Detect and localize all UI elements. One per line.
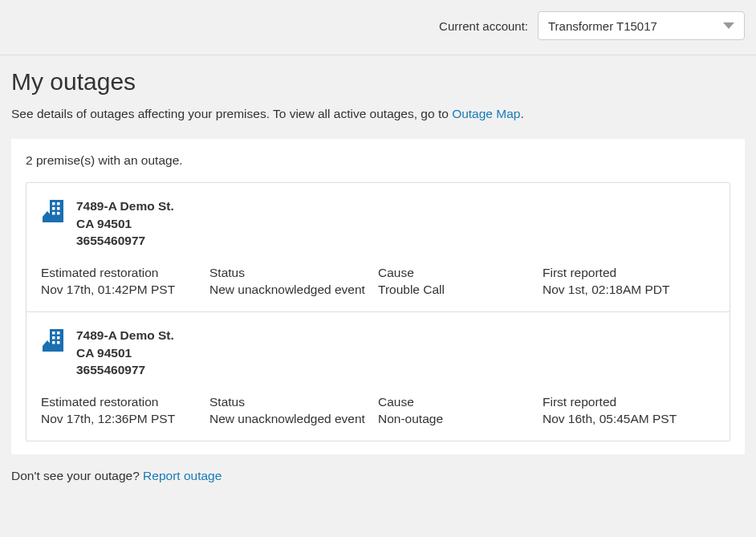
svg-rect-9 — [52, 332, 55, 335]
account-select[interactable]: Transformer T15017 — [538, 11, 745, 40]
svg-rect-3 — [52, 207, 55, 210]
premise-address: 7489-A Demo St. — [76, 197, 174, 215]
svg-rect-2 — [57, 202, 60, 205]
svg-rect-4 — [57, 207, 60, 210]
col-estimated: Estimated restoration Nov 17th, 12:36PM … — [41, 395, 209, 426]
label-cause: Cause — [378, 266, 543, 280]
value-reported: Nov 1st, 02:18AM PDT — [543, 283, 711, 297]
value-estimated: Nov 17th, 01:42PM PST — [41, 283, 209, 297]
premise-cityzip: CA 94501 — [76, 215, 174, 233]
label-status: Status — [209, 266, 378, 280]
outage-list: 7489-A Demo St. CA 94501 3655460977 Esti… — [26, 182, 730, 441]
premise-address: 7489-A Demo St. — [76, 327, 174, 344]
detail-row: Estimated restoration Nov 17th, 01:42PM … — [41, 266, 715, 297]
premise-header: 7489-A Demo St. CA 94501 3655460977 — [41, 327, 715, 379]
premise-cityzip: CA 94501 — [76, 344, 174, 362]
col-status: Status New unacknowledged event — [209, 266, 378, 297]
svg-rect-10 — [57, 332, 60, 335]
account-select-value: Transformer T15017 — [548, 19, 657, 33]
svg-rect-1 — [52, 202, 55, 205]
col-reported: First reported Nov 1st, 02:18AM PDT — [543, 266, 711, 297]
value-cause: Trouble Call — [378, 283, 543, 297]
value-status: New unacknowledged event — [209, 283, 378, 297]
value-estimated: Nov 17th, 12:36PM PST — [41, 412, 209, 426]
page-title: My outages — [11, 68, 745, 96]
premise-header: 7489-A Demo St. CA 94501 3655460977 — [41, 197, 715, 250]
col-cause: Cause Trouble Call — [378, 266, 543, 297]
label-cause: Cause — [378, 395, 543, 409]
svg-rect-5 — [52, 212, 55, 215]
footer-line: Don't see your outage? Report outage — [11, 469, 745, 483]
intro-suffix: . — [520, 107, 523, 120]
label-estimated: Estimated restoration — [41, 266, 209, 280]
page-intro: See details of outages affecting your pr… — [11, 107, 745, 121]
premise-info: 7489-A Demo St. CA 94501 3655460977 — [76, 197, 174, 250]
page-content: My outages See details of outages affect… — [0, 55, 756, 498]
building-icon — [41, 328, 67, 354]
chevron-down-icon — [723, 22, 734, 29]
label-reported: First reported — [543, 395, 711, 409]
col-status: Status New unacknowledged event — [209, 395, 378, 426]
value-cause: Non-outage — [378, 412, 543, 426]
svg-rect-14 — [57, 341, 60, 344]
value-status: New unacknowledged event — [209, 412, 378, 426]
detail-row: Estimated restoration Nov 17th, 12:36PM … — [41, 395, 715, 426]
footer-prefix: Don't see your outage? — [11, 469, 143, 482]
intro-prefix: See details of outages affecting your pr… — [11, 107, 452, 120]
report-outage-link[interactable]: Report outage — [143, 469, 222, 482]
premise-account: 3655460977 — [76, 232, 174, 250]
outage-item: 7489-A Demo St. CA 94501 3655460977 Esti… — [26, 183, 730, 311]
svg-rect-13 — [52, 341, 55, 344]
premise-info: 7489-A Demo St. CA 94501 3655460977 — [76, 327, 174, 379]
value-reported: Nov 16th, 05:45AM PST — [543, 412, 711, 426]
svg-rect-12 — [57, 336, 60, 340]
building-icon — [41, 199, 67, 225]
label-estimated: Estimated restoration — [41, 395, 209, 409]
svg-rect-11 — [52, 336, 55, 340]
col-estimated: Estimated restoration Nov 17th, 01:42PM … — [41, 266, 209, 297]
outage-card: 2 premise(s) with an outage. — [11, 139, 745, 454]
outage-summary: 2 premise(s) with an outage. — [26, 153, 730, 168]
label-status: Status — [209, 395, 378, 409]
col-reported: First reported Nov 16th, 05:45AM PST — [543, 395, 711, 426]
svg-rect-6 — [57, 212, 60, 215]
outage-map-link[interactable]: Outage Map — [452, 107, 520, 120]
outage-item: 7489-A Demo St. CA 94501 3655460977 Esti… — [26, 311, 730, 441]
col-cause: Cause Non-outage — [378, 395, 543, 426]
current-account-label: Current account: — [439, 19, 528, 33]
top-bar: Current account: Transformer T15017 — [0, 0, 756, 55]
premise-account: 3655460977 — [76, 361, 174, 379]
label-reported: First reported — [543, 266, 711, 280]
